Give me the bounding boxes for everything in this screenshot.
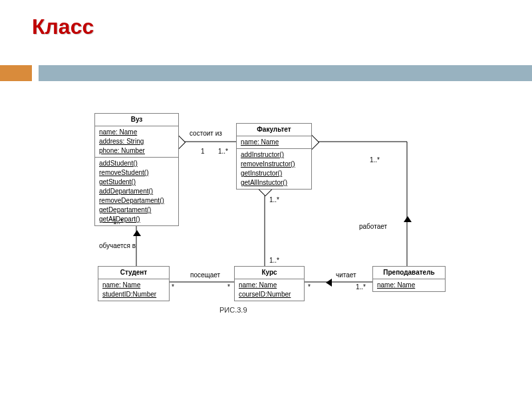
class-op: getInstructor() — [241, 169, 307, 178]
class-op: addInstructor() — [241, 150, 307, 160]
class-attr: name: Name — [241, 138, 307, 147]
uml-class-diagram: Вуз name: Name address: String phone: Nu… — [0, 0, 532, 399]
class-op: removeInstructor() — [241, 160, 307, 169]
class-title: Вуз — [95, 114, 178, 126]
assoc-label-consists-of: состоит из — [190, 130, 222, 137]
class-attributes: name: Name — [373, 279, 445, 291]
class-op: getAllDepart() — [99, 215, 174, 224]
class-attr: courseID:Number — [239, 290, 300, 299]
multiplicity: * — [172, 283, 174, 291]
multiplicity: 1..* — [113, 218, 123, 225]
class-attr: name: Name — [377, 281, 441, 290]
class-attributes: name: Name — [237, 136, 311, 149]
multiplicity: 1..* — [269, 257, 279, 264]
class-attr: studentID:Number — [102, 290, 165, 299]
class-title: Преподаватель — [373, 267, 445, 279]
class-op: getAllInstuctor() — [241, 178, 307, 188]
class-operations: addInstructor() removeInstructor() getIn… — [237, 149, 311, 189]
class-attr: name: Name — [99, 128, 174, 137]
class-title: Факультет — [237, 124, 311, 136]
class-op: removeDepartament() — [99, 196, 174, 205]
class-op: removeStudent() — [99, 168, 174, 178]
assoc-label-teaches: читает — [336, 271, 356, 279]
multiplicity: 1 — [201, 148, 205, 155]
class-faculty: Факультет name: Name addInstructor() rem… — [236, 123, 312, 190]
direction-arrow-icon — [326, 279, 332, 287]
class-attr: address: String — [99, 137, 174, 146]
class-attr: name: Name — [102, 281, 165, 290]
figure-caption: РИС.3.9 — [219, 306, 247, 314]
assoc-label-attends: посещает — [190, 271, 220, 279]
class-op: addStudent() — [99, 159, 174, 168]
class-title: Курс — [235, 267, 304, 279]
class-teacher: Преподаватель name: Name — [372, 266, 446, 292]
class-op: getStudent() — [99, 178, 174, 187]
blue-accent-bar — [39, 65, 532, 81]
page-title: Класс — [0, 0, 532, 39]
class-attributes: name: Name courseID:Number — [235, 279, 304, 301]
class-attr: phone: Number — [99, 146, 174, 156]
class-title: Студент — [98, 267, 169, 279]
orange-accent-bar — [0, 65, 32, 81]
class-op: getDepartament() — [99, 205, 174, 215]
assoc-label-works-at: работает — [359, 223, 387, 230]
class-attributes: name: Name address: String phone: Number — [95, 126, 178, 158]
direction-arrow-icon — [133, 230, 141, 236]
multiplicity: * — [227, 283, 230, 291]
multiplicity: 1..* — [356, 283, 366, 291]
class-operations: addStudent() removeStudent() getStudent(… — [95, 158, 178, 225]
assoc-label-studies-at: обучается в — [99, 242, 136, 249]
multiplicity: * — [308, 283, 311, 291]
class-attributes: name: Name studentID:Number — [98, 279, 169, 301]
multiplicity: 1..* — [269, 196, 279, 203]
direction-arrow-icon — [404, 216, 412, 222]
class-course: Курс name: Name courseID:Number — [234, 266, 305, 301]
class-university: Вуз name: Name address: String phone: Nu… — [94, 113, 179, 226]
title-underline-bars — [0, 65, 532, 81]
multiplicity: 1..* — [370, 156, 380, 164]
class-op: addDepartament() — [99, 187, 174, 196]
multiplicity: 1..* — [218, 148, 228, 155]
diagram-lines — [0, 0, 532, 399]
class-student: Студент name: Name studentID:Number — [98, 266, 170, 301]
class-attr: name: Name — [239, 281, 300, 290]
